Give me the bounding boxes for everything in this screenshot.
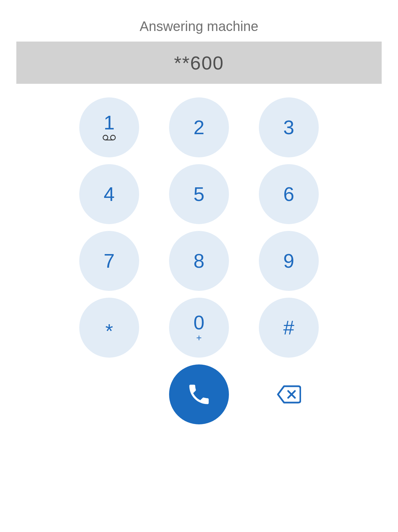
key-8[interactable]: 8 bbox=[169, 231, 229, 291]
key-6[interactable]: 6 bbox=[259, 164, 319, 224]
svg-point-1 bbox=[111, 135, 115, 140]
action-spacer bbox=[79, 364, 139, 424]
call-button[interactable] bbox=[169, 364, 229, 424]
key-0[interactable]: 0 + bbox=[169, 298, 229, 358]
phone-icon bbox=[186, 381, 212, 407]
key-7-label: 7 bbox=[104, 251, 115, 271]
key-5[interactable]: 5 bbox=[169, 164, 229, 224]
key-9[interactable]: 9 bbox=[259, 231, 319, 291]
key-3[interactable]: 3 bbox=[259, 97, 319, 157]
voicemail-icon bbox=[102, 135, 116, 142]
svg-point-0 bbox=[103, 135, 108, 140]
key-1-label: 1 bbox=[104, 113, 115, 132]
key-0-sublabel: + bbox=[196, 333, 202, 343]
key-star[interactable]: * bbox=[79, 298, 139, 358]
action-row bbox=[0, 364, 398, 424]
key-1[interactable]: 1 bbox=[79, 97, 139, 157]
key-4[interactable]: 4 bbox=[79, 164, 139, 224]
key-6-label: 6 bbox=[283, 184, 294, 204]
key-8-label: 8 bbox=[194, 251, 204, 271]
keypad: 1 2 3 4 5 6 7 8 bbox=[0, 97, 398, 358]
number-display: **600 bbox=[16, 42, 382, 84]
key-5-label: 5 bbox=[194, 184, 204, 204]
page-title: Answering machine bbox=[0, 19, 398, 34]
backspace-icon bbox=[277, 385, 301, 404]
key-0-label: 0 bbox=[194, 313, 204, 332]
backspace-button[interactable] bbox=[259, 364, 319, 424]
dialed-number: **600 bbox=[174, 52, 224, 74]
key-star-label: * bbox=[105, 321, 113, 341]
dialer-screen: Answering machine **600 1 2 3 4 5 bbox=[0, 0, 398, 532]
key-2[interactable]: 2 bbox=[169, 97, 229, 157]
key-hash-label: # bbox=[283, 318, 294, 338]
key-4-label: 4 bbox=[104, 184, 115, 204]
key-2-label: 2 bbox=[194, 118, 204, 137]
key-9-label: 9 bbox=[283, 251, 294, 271]
key-3-label: 3 bbox=[283, 118, 294, 137]
key-7[interactable]: 7 bbox=[79, 231, 139, 291]
key-hash[interactable]: # bbox=[259, 298, 319, 358]
